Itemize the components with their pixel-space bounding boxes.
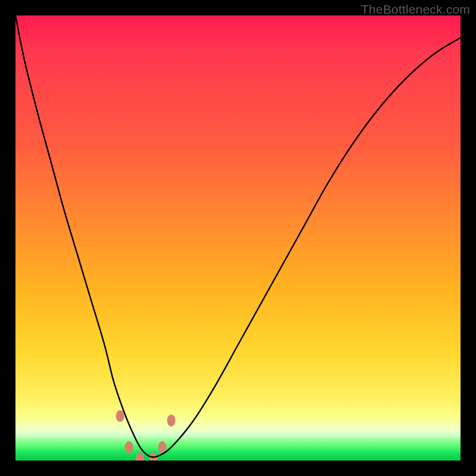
curve-marker <box>158 441 167 453</box>
plot-area <box>15 15 461 461</box>
chart-frame: TheBottleneck.com <box>0 0 476 476</box>
curve-marker <box>125 441 133 453</box>
curve-layer <box>15 15 461 461</box>
bottleneck-curve <box>15 15 461 457</box>
curve-marker <box>116 410 124 422</box>
watermark-text: TheBottleneck.com <box>361 2 470 17</box>
curve-marker <box>136 452 144 461</box>
curve-marker <box>167 415 176 427</box>
